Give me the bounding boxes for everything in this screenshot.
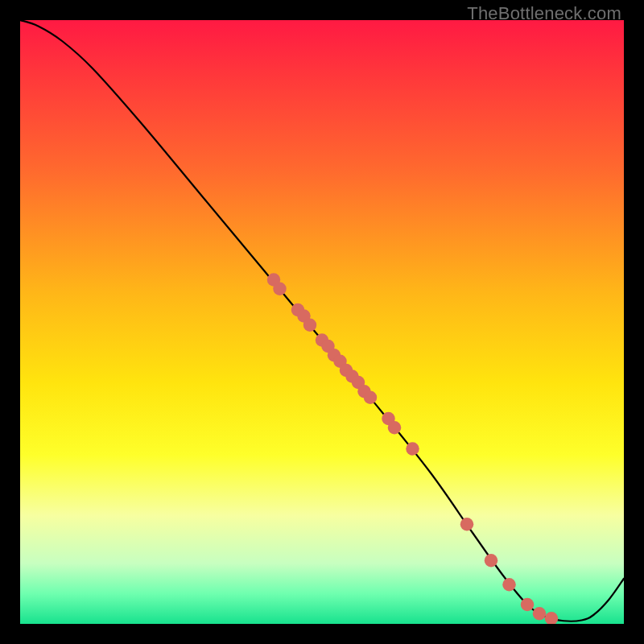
chart-svg bbox=[20, 20, 624, 624]
data-point bbox=[406, 442, 419, 456]
gradient-background bbox=[20, 20, 624, 624]
data-point bbox=[533, 607, 547, 621]
data-point bbox=[273, 283, 287, 296]
data-point bbox=[485, 554, 498, 568]
data-point bbox=[303, 319, 317, 332]
data-point bbox=[364, 391, 378, 405]
chart-container: TheBottleneck.com bbox=[0, 0, 644, 644]
watermark-text: TheBottleneck.com bbox=[467, 3, 621, 24]
data-point bbox=[388, 421, 402, 435]
data-point bbox=[460, 518, 474, 531]
data-point bbox=[521, 598, 535, 612]
data-point bbox=[502, 578, 516, 592]
plot-area bbox=[20, 20, 624, 624]
